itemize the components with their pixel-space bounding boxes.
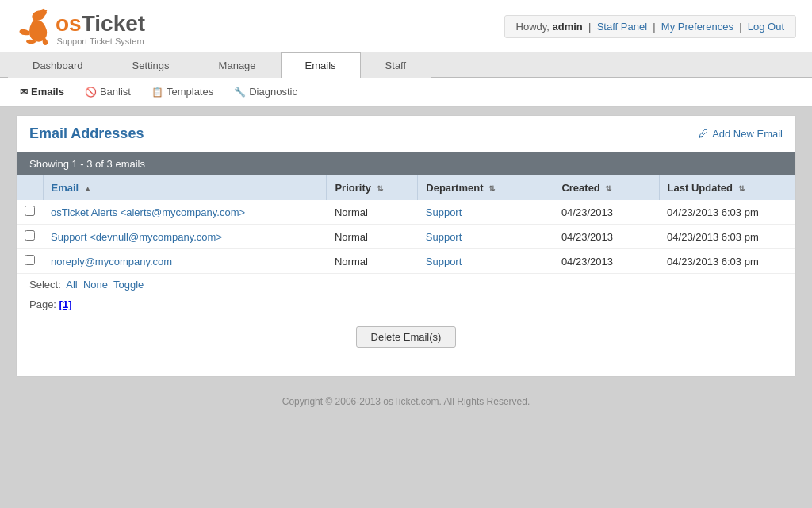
col-last-updated[interactable]: Last Updated ⇅ — [659, 175, 795, 200]
greeting-text: Howdy, — [516, 21, 550, 33]
diagnostic-icon: 🔧 — [234, 87, 246, 98]
created-cell-1: 04/23/2013 — [553, 225, 659, 249]
select-toggle-link[interactable]: Toggle — [113, 279, 144, 291]
priority-sort-icon: ⇅ — [377, 184, 383, 193]
select-bar: Select: All None Toggle — [17, 274, 795, 295]
updated-cell-2: 04/23/2013 6:03 pm — [659, 249, 795, 274]
table-row: Support <devnull@mycompany.com>NormalSup… — [17, 225, 795, 249]
page-1-link[interactable]: [1] — [59, 298, 72, 310]
email-table-body: osTicket Alerts <alerts@mycompany.com>No… — [17, 200, 795, 274]
email-link-2[interactable]: noreply@mycompany.com — [51, 256, 172, 267]
email-link-1[interactable]: Support <devnull@mycompany.com> — [51, 231, 222, 243]
main-nav: Dashboard Settings Manage Emails Staff — [0, 52, 812, 78]
user-bar: Howdy, admin | Staff Panel | My Preferen… — [504, 15, 796, 38]
delete-emails-button[interactable]: Delete Email(s) — [356, 326, 457, 348]
select-none-link[interactable]: None — [83, 279, 108, 291]
select-label: Select: — [29, 279, 61, 291]
email-sort-icon: ▲ — [84, 184, 92, 193]
tab-emails[interactable]: Emails — [281, 52, 361, 78]
log-out-link[interactable]: Log Out — [748, 21, 784, 33]
username: admin — [553, 21, 583, 33]
logo-os: os — [56, 11, 82, 36]
col-created-label: Created — [561, 182, 599, 194]
created-cell-0: 04/23/2013 — [553, 200, 659, 225]
tab-settings[interactable]: Settings — [108, 52, 194, 78]
row-checkbox-1[interactable] — [25, 230, 35, 241]
priority-cell-1: Normal — [327, 225, 418, 249]
table-row: osTicket Alerts <alerts@mycompany.com>No… — [17, 200, 795, 225]
col-priority[interactable]: Priority ⇅ — [327, 175, 418, 200]
tab-manage[interactable]: Manage — [194, 52, 281, 78]
tab-dashboard[interactable]: Dashboard — [8, 52, 108, 78]
created-cell-2: 04/23/2013 — [553, 249, 659, 274]
logo-ticket-text: Ticket — [82, 11, 145, 36]
updated-cell-1: 04/23/2013 6:03 pm — [659, 225, 795, 249]
select-all-header — [17, 175, 43, 200]
subnav-templates-label: Templates — [167, 86, 213, 98]
col-created[interactable]: Created ⇅ — [553, 175, 659, 200]
col-department[interactable]: Department ⇅ — [418, 175, 553, 200]
email-table: Email ▲ Priority ⇅ Department ⇅ Created … — [17, 175, 795, 274]
logo-icon — [8, 6, 56, 46]
subnav-templates[interactable]: 📋 Templates — [143, 83, 222, 101]
add-new-label: Add New Email — [712, 128, 783, 140]
col-priority-label: Priority — [335, 182, 371, 194]
my-preferences-link[interactable]: My Preferences — [661, 21, 733, 33]
subnav-banlist[interactable]: 🚫 Banlist — [76, 83, 140, 101]
tab-staff[interactable]: Staff — [361, 52, 431, 78]
main-content: Email Addresses 🖊 Add New Email Showing … — [16, 115, 796, 377]
subnav-emails[interactable]: ✉ Emails — [11, 83, 73, 101]
content-header: Email Addresses 🖊 Add New Email — [17, 116, 795, 152]
table-row: noreply@mycompany.comNormalSupport04/23/… — [17, 249, 795, 274]
priority-cell-0: Normal — [327, 200, 418, 225]
dept-link-1[interactable]: Support — [426, 231, 462, 243]
add-icon: 🖊 — [698, 128, 708, 140]
action-bar: Delete Email(s) — [17, 314, 795, 360]
col-email-label: Email — [52, 182, 79, 194]
add-new-email-button[interactable]: 🖊 Add New Email — [698, 128, 783, 140]
dept-link-0[interactable]: Support — [426, 206, 462, 218]
col-department-label: Department — [426, 182, 483, 194]
subnav-diagnostic-label: Diagnostic — [249, 86, 297, 98]
email-link-0[interactable]: osTicket Alerts <alerts@mycompany.com> — [51, 206, 245, 218]
created-sort-icon: ⇅ — [605, 184, 611, 193]
logo-text: osTicket Support Ticket System — [56, 13, 145, 46]
row-checkbox-2[interactable] — [25, 255, 35, 265]
footer: Copyright © 2006-2013 osTicket.com. All … — [0, 385, 812, 418]
subnav-emails-label: Emails — [31, 86, 64, 98]
select-all-link[interactable]: All — [66, 279, 77, 291]
copyright-text: Copyright © 2006-2013 osTicket.com. All … — [282, 396, 530, 407]
email-icon: ✉ — [20, 87, 28, 98]
sub-nav: ✉ Emails 🚫 Banlist 📋 Templates 🔧 Diagnos… — [0, 78, 812, 106]
logo: osTicket Support Ticket System — [8, 6, 145, 46]
row-checkbox-0[interactable] — [25, 206, 35, 216]
showing-bar: Showing 1 - 3 of 3 emails — [17, 152, 795, 175]
page-title: Email Addresses — [29, 125, 144, 142]
dept-sort-icon: ⇅ — [488, 184, 495, 193]
banlist-icon: 🚫 — [85, 87, 97, 98]
page-bar: Page: [1] — [17, 295, 795, 314]
updated-sort-icon: ⇅ — [738, 184, 745, 193]
staff-panel-link[interactable]: Staff Panel — [597, 21, 647, 33]
col-updated-label: Last Updated — [668, 182, 733, 194]
table-header-row: Email ▲ Priority ⇅ Department ⇅ Created … — [17, 175, 795, 200]
priority-cell-2: Normal — [327, 249, 418, 274]
col-email[interactable]: Email ▲ — [43, 175, 327, 200]
page-label: Page: — [29, 298, 56, 310]
logo-subtitle: Support Ticket System — [56, 37, 145, 46]
subnav-diagnostic[interactable]: 🔧 Diagnostic — [225, 83, 306, 101]
templates-icon: 📋 — [151, 87, 163, 98]
dept-link-2[interactable]: Support — [426, 256, 462, 267]
updated-cell-0: 04/23/2013 6:03 pm — [659, 200, 795, 225]
subnav-banlist-label: Banlist — [100, 86, 131, 98]
email-table-container: Showing 1 - 3 of 3 emails Email ▲ Priori… — [17, 152, 795, 274]
